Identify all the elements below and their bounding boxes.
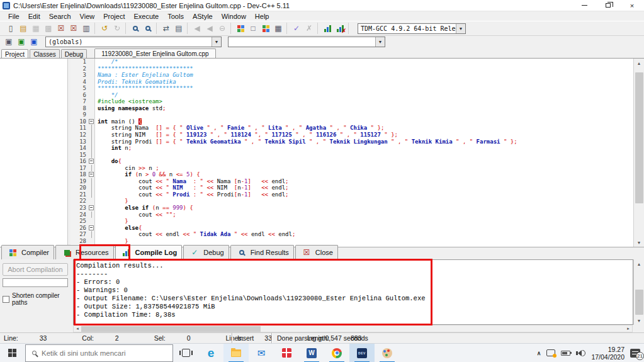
menu-help[interactable]: Help: [251, 13, 274, 20]
log-scroll-thumb[interactable]: [635, 290, 643, 315]
log-hscrollbar[interactable]: ◂ ▸: [73, 325, 633, 332]
scroll-up-icon[interactable]: ▴: [638, 259, 640, 268]
rebuild-all-icon[interactable]: ▦: [272, 23, 285, 34]
bottom-tab-compiler[interactable]: Compiler: [1, 245, 54, 259]
nav-back-icon: ◀: [191, 23, 203, 34]
restore-button[interactable]: [596, 0, 620, 11]
editor-vscrollbar[interactable]: ▴ ▾: [633, 59, 644, 247]
taskbar-gift-app[interactable]: [274, 344, 299, 362]
taskbar-edge[interactable]: e: [198, 344, 223, 362]
abort-compilation-button: Abort Compilation: [3, 263, 68, 276]
scroll-down-icon[interactable]: ▾: [638, 238, 640, 247]
menu-edit[interactable]: Edit: [24, 13, 45, 20]
fold-marker-icon[interactable]: [88, 118, 95, 125]
scroll-down-icon[interactable]: ▾: [638, 316, 640, 325]
bottom-tab-find-results[interactable]: Find Results: [230, 245, 294, 259]
taskbar-word[interactable]: W: [299, 344, 324, 362]
tab-classes[interactable]: Classes: [30, 49, 60, 59]
undo-icon[interactable]: ↺: [98, 23, 111, 34]
profile-delete-icon[interactable]: ✗: [334, 23, 346, 34]
bottom-tab-compile-log[interactable]: Compile Log: [115, 245, 183, 259]
bottom-tab-resources[interactable]: Resources: [55, 245, 114, 259]
tab-project[interactable]: Project: [1, 49, 28, 59]
menu-view[interactable]: View: [76, 13, 99, 20]
code-line: 18 if (n > 0 && n <= 5) {: [71, 171, 633, 178]
taskbar-paint[interactable]: [375, 344, 400, 362]
tray-expand-chevron-icon[interactable]: ∧: [537, 350, 541, 356]
bottom-tab-close[interactable]: ☒Close: [295, 245, 338, 259]
menu-search[interactable]: Search: [45, 13, 76, 20]
compile-and-run-icon[interactable]: [259, 23, 272, 34]
notification-center-icon[interactable]: 21: [630, 349, 640, 358]
compile-log-tab-icon[interactable]: [120, 247, 133, 258]
replace-icon[interactable]: ⇄: [160, 23, 172, 34]
goto-declaration-icon[interactable]: ▣: [3, 36, 15, 47]
scroll-up-icon[interactable]: ▴: [638, 59, 640, 67]
print-icon[interactable]: ▥: [80, 23, 93, 34]
swap-header-source-icon[interactable]: ▤: [172, 23, 185, 34]
profile-icon[interactable]: [321, 23, 334, 34]
compiler-tab-icon[interactable]: [6, 247, 19, 258]
shorten-paths-checkbox[interactable]: Shorten compiler paths: [3, 292, 69, 306]
fold-marker-icon[interactable]: [88, 158, 95, 165]
code-editor[interactable]: 1 /*2****************************3Nama :…: [71, 59, 633, 247]
bottom-tab-debug[interactable]: ✓Debug: [183, 245, 229, 259]
new-file-icon[interactable]: ▯: [4, 23, 17, 34]
tab-debug[interactable]: Debug: [61, 49, 87, 59]
compiler-select[interactable]: TDM-GCC 4.9.2 64-bit Release ▼: [358, 23, 466, 34]
close-tab-icon[interactable]: ☒: [300, 247, 313, 258]
menu-execute[interactable]: Execute: [129, 13, 163, 20]
chevron-down-icon[interactable]: ▼: [456, 24, 465, 33]
close-file-icon[interactable]: ☒: [55, 23, 67, 34]
speaker-icon[interactable]: [576, 350, 585, 356]
scroll-right-icon[interactable]: ▸: [624, 326, 632, 331]
members-select[interactable]: ▼: [228, 37, 385, 47]
tray-clock[interactable]: 19.27 17/04/2020: [591, 346, 624, 361]
scroll-left-icon[interactable]: ◂: [74, 326, 81, 331]
fold-marker-icon[interactable]: [88, 171, 95, 178]
compile-log-output[interactable]: Compilation results...--------- Errors: …: [73, 259, 633, 325]
menu-file[interactable]: File: [4, 13, 24, 20]
find-icon[interactable]: [129, 23, 142, 34]
search-input[interactable]: [42, 349, 155, 357]
menu-window[interactable]: Window: [217, 13, 251, 20]
fold-marker-icon[interactable]: [88, 225, 95, 232]
minimize-button[interactable]: [572, 0, 596, 11]
log-hscroll-thumb[interactable]: [81, 326, 261, 332]
menu-astyle[interactable]: AStyle: [188, 13, 217, 20]
chevron-down-icon[interactable]: ▼: [212, 37, 221, 47]
syntax-check-icon[interactable]: ✓: [290, 23, 303, 34]
goto-definition-icon[interactable]: ▣: [15, 36, 28, 47]
checkbox-box[interactable]: [3, 296, 9, 303]
editor-scroll-thumb[interactable]: [635, 72, 643, 203]
open-file-icon[interactable]: ▤: [17, 23, 30, 34]
start-button[interactable]: [0, 344, 25, 362]
find-results-tab-icon[interactable]: [235, 247, 248, 258]
tray-display-icon[interactable]: [546, 349, 555, 356]
close-button[interactable]: ×: [620, 0, 644, 11]
bottom-tab-label: Debug: [203, 249, 223, 256]
task-view-button[interactable]: [173, 344, 198, 362]
battery-icon[interactable]: [561, 351, 570, 356]
code-line: 14 int n;: [71, 145, 633, 152]
fold-marker-icon[interactable]: [88, 205, 95, 212]
close-all-icon[interactable]: ☒: [67, 23, 80, 34]
taskbar-devcpp[interactable]: DEV: [349, 344, 375, 362]
menu-project[interactable]: Project: [99, 13, 129, 20]
log-vscrollbar[interactable]: ▴ ▾: [633, 259, 644, 325]
taskbar-search[interactable]: [25, 344, 173, 362]
find-in-files-icon[interactable]: [142, 23, 154, 34]
run-icon[interactable]: □: [247, 23, 259, 34]
taskbar-mail[interactable]: ✉: [249, 344, 274, 362]
debug-tab-icon[interactable]: ✓: [188, 247, 201, 258]
chevron-down-icon[interactable]: ▼: [375, 37, 385, 47]
resources-tab-icon[interactable]: [60, 247, 73, 258]
taskbar-chrome[interactable]: [324, 344, 349, 362]
menu-tools[interactable]: Tools: [163, 13, 188, 20]
editor-file-tab[interactable]: 119230080_Ester Enjelina Gultom.cpp: [94, 48, 215, 58]
mail-icon: ✉: [257, 348, 266, 358]
compile-icon[interactable]: [234, 23, 247, 34]
globals-select[interactable]: (globals) ▼: [45, 37, 222, 47]
class-browser-icon[interactable]: ▣: [28, 36, 40, 47]
taskbar-explorer[interactable]: [223, 344, 249, 362]
